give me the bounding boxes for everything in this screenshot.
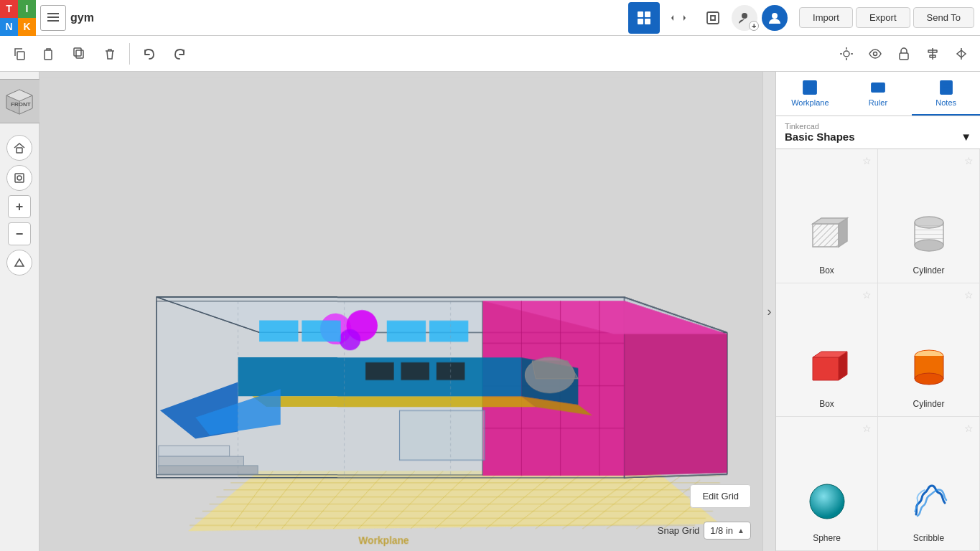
- box-red-icon: [801, 342, 853, 393]
- favorite-cylinder-orange-btn[interactable]: ☆: [964, 289, 974, 301]
- shape-sphere-teal[interactable]: ☆ Sphere: [776, 417, 878, 551]
- svg-point-19: [874, 52, 877, 55]
- project-name: gym: [70, 11, 94, 24]
- import-btn[interactable]: Import: [799, 7, 853, 28]
- svg-rect-1: [47, 17, 59, 18]
- zoom-in-btn[interactable]: +: [8, 195, 31, 218]
- view-cube[interactable]: FRONT: [0, 79, 42, 123]
- snap-select[interactable]: 1/8 in ▲: [704, 522, 751, 540]
- svg-rect-0: [47, 13, 59, 14]
- box-gray-icon: [801, 208, 853, 260]
- svg-rect-97: [429, 321, 468, 342]
- shapes-grid: ☆ Box ☆: [776, 149, 980, 551]
- svg-point-133: [915, 373, 943, 385]
- user-avatar[interactable]: [762, 5, 788, 31]
- svg-rect-90: [159, 466, 258, 474]
- lock-btn[interactable]: [891, 41, 917, 67]
- align-btn[interactable]: [920, 41, 946, 67]
- shape-scribble-blue[interactable]: ☆ Scribble: [878, 417, 980, 551]
- right-panel: Workplane Ruler Notes: [775, 72, 980, 551]
- main-area: FRONT + −: [0, 72, 980, 551]
- fit-all-btn[interactable]: [6, 165, 32, 191]
- svg-marker-128: [813, 357, 839, 380]
- top-bar: T I N K gym: [0, 0, 980, 36]
- svg-rect-3: [638, 11, 643, 17]
- shapes-dropdown[interactable]: Basic Shapes ▼: [785, 131, 971, 143]
- svg-point-136: [810, 484, 844, 519]
- svg-point-8: [742, 13, 747, 19]
- light-btn[interactable]: [834, 41, 859, 67]
- svg-rect-95: [302, 321, 340, 342]
- right-tool-tabs: Workplane Ruler Notes: [776, 72, 980, 116]
- svg-text:FRONT: FRONT: [11, 101, 31, 108]
- svg-rect-10: [17, 52, 24, 60]
- shape-cylinder-gray[interactable]: ☆ Cylinder: [878, 149, 980, 283]
- zoom-out-btn[interactable]: −: [8, 222, 31, 245]
- workplane-tab[interactable]: Workplane: [776, 72, 844, 116]
- cylinder-gray-label: Cylinder: [913, 265, 944, 276]
- copy-btn[interactable]: [6, 40, 33, 67]
- codeblocks-btn[interactable]: [663, 2, 694, 34]
- 3d-design-btn[interactable]: [628, 2, 660, 34]
- shapes-category: Tinkercad: [785, 122, 971, 131]
- svg-rect-6: [645, 19, 650, 24]
- favorite-scribble-btn[interactable]: ☆: [964, 423, 974, 434]
- duplicate-btn[interactable]: [66, 40, 93, 67]
- redo-btn[interactable]: [166, 40, 193, 67]
- svg-rect-4: [645, 11, 650, 17]
- snap-grid-area: Snap Grid 1/8 in ▲: [658, 522, 751, 540]
- shape-cylinder-orange[interactable]: ☆ Cylinder: [878, 283, 980, 418]
- box-gray-label: Box: [819, 265, 834, 276]
- box-red-label: Box: [819, 399, 834, 409]
- svg-marker-119: [813, 224, 839, 247]
- hide-btn[interactable]: [862, 41, 888, 67]
- svg-rect-20: [900, 53, 908, 60]
- panel-collapse-handle[interactable]: ›: [762, 72, 775, 551]
- logo-t: T: [0, 0, 18, 18]
- tinkercad-logo[interactable]: T I N K: [0, 0, 36, 36]
- paste-btn[interactable]: [36, 40, 63, 67]
- snap-value: 1/8 in: [710, 525, 733, 536]
- svg-rect-11: [45, 50, 52, 60]
- svg-rect-88: [159, 446, 230, 457]
- send-to-btn[interactable]: Send To: [913, 7, 974, 28]
- favorite-box-red-btn[interactable]: ☆: [862, 289, 872, 301]
- add-user-btn[interactable]: +: [732, 5, 757, 31]
- perspective-btn[interactable]: [6, 250, 32, 276]
- cylinder-orange-label: Cylinder: [913, 399, 944, 409]
- logo-k: K: [18, 18, 36, 36]
- svg-rect-96: [387, 321, 426, 342]
- edit-grid-btn[interactable]: Edit Grid: [690, 484, 751, 508]
- svg-point-9: [772, 13, 778, 19]
- shape-box-gray[interactable]: ☆ Box: [776, 149, 878, 283]
- main-toolbar: [0, 36, 980, 72]
- svg-point-125: [915, 240, 943, 251]
- design-list-icon[interactable]: [40, 5, 66, 31]
- toolbar-divider: [129, 43, 130, 65]
- svg-rect-81: [365, 362, 393, 380]
- svg-rect-31: [15, 174, 24, 182]
- shapes-header: Tinkercad Basic Shapes ▼: [776, 116, 980, 149]
- mirror-btn[interactable]: [948, 41, 974, 67]
- shape-box-red[interactable]: ☆ Box: [776, 283, 878, 418]
- left-panel: FRONT + −: [0, 72, 39, 551]
- notes-tab[interactable]: Notes: [912, 72, 980, 116]
- favorite-box-gray-btn[interactable]: ☆: [862, 155, 872, 166]
- home-view-btn[interactable]: [6, 135, 32, 161]
- dropdown-arrow-icon: ▼: [961, 131, 971, 143]
- canvas-area[interactable]: Workplane: [39, 72, 762, 551]
- scribble-blue-icon: [903, 476, 955, 527]
- export-btn[interactable]: Export: [856, 7, 910, 28]
- favorite-sphere-teal-btn[interactable]: ☆: [862, 423, 872, 434]
- favorite-cylinder-gray-btn[interactable]: ☆: [964, 155, 974, 166]
- undo-btn[interactable]: [136, 40, 163, 67]
- simulation-btn[interactable]: [697, 2, 729, 34]
- svg-rect-5: [638, 19, 643, 24]
- sphere-teal-icon: [801, 476, 853, 527]
- ruler-tab[interactable]: Ruler: [844, 72, 913, 116]
- delete-btn[interactable]: [96, 40, 123, 67]
- svg-text:Workplane: Workplane: [358, 534, 409, 546]
- cylinder-gray-icon: [903, 208, 955, 260]
- svg-rect-7: [707, 12, 719, 24]
- cylinder-orange-icon: [903, 342, 955, 393]
